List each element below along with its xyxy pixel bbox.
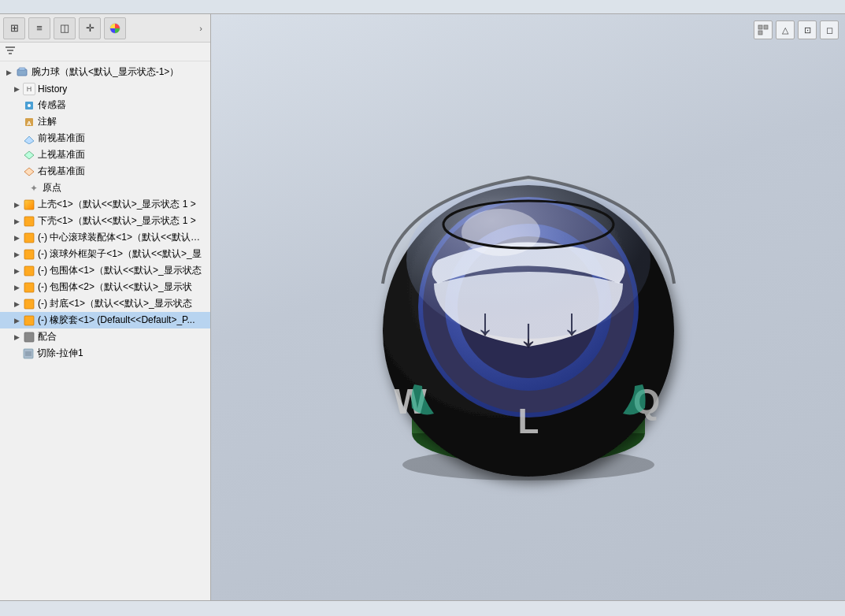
toolbar-btn-list[interactable]: ≡: [28, 17, 50, 39]
view-btn-1[interactable]: [754, 20, 773, 39]
svg-rect-18: [24, 283, 34, 292]
toolbar-btn-cross[interactable]: ✛: [79, 17, 101, 39]
toolbar-btn-home[interactable]: ⊞: [3, 17, 25, 39]
toolbar-btn-color[interactable]: [104, 17, 126, 39]
root-expand-arrow[interactable]: [5, 69, 13, 76]
outer-frame-expand[interactable]: [13, 250, 20, 258]
svg-point-7: [28, 104, 31, 107]
tree-item-wrap1[interactable]: (-) 包围体<1>（默认<<默认>_显示状态: [0, 262, 210, 279]
tree-item-rubber[interactable]: (-) 橡胶套<1> (Default<<Default>_P...: [0, 312, 210, 328]
upper-shell-label: 上壳<1>（默认<<默认>_显示状态 1 >: [38, 198, 196, 211]
mate-expand[interactable]: [13, 333, 20, 341]
center-ball-label: (-) 中心滚球装配体<1>（默认<<默认_显: [38, 231, 203, 244]
right-plane-label: 右视基准面: [38, 165, 85, 178]
svg-rect-13: [24, 200, 34, 210]
filter-icon: [5, 46, 16, 58]
svg-rect-15: [24, 233, 34, 243]
top-plane-label: 上视基准面: [38, 148, 85, 161]
outer-frame-label: (-) 滚球外框架子<1>（默认<<默认>_显: [38, 247, 202, 261]
tree-item-top-plane[interactable]: 上视基准面: [0, 147, 210, 163]
svg-rect-14: [24, 217, 34, 226]
tree-item-outer-frame[interactable]: (-) 滚球外框架子<1>（默认<<默认>_显: [0, 246, 210, 262]
svg-marker-11: [24, 151, 34, 159]
view-btn-3[interactable]: ⊡: [798, 20, 817, 39]
upper-shell-icon: [23, 199, 35, 211]
svg-rect-20: [24, 316, 34, 325]
wrap2-icon: [23, 281, 35, 294]
viewport[interactable]: △ ⊡ ◻: [211, 14, 845, 600]
front-plane-icon: [23, 132, 35, 145]
tree-root[interactable]: 腕力球（默认<默认_显示状态-1>）: [0, 63, 210, 81]
tree-item-annotation[interactable]: A 注解: [0, 113, 210, 130]
svg-rect-5: [19, 68, 25, 70]
tree-item-origin[interactable]: ✦ 原点: [0, 180, 210, 196]
tree-item-history[interactable]: H History: [0, 81, 210, 97]
tree-item-seal[interactable]: (-) 封底<1>（默认<<默认>_显示状态: [0, 295, 210, 312]
seal-icon: [23, 298, 35, 310]
right-toolbar: △ ⊡ ◻: [754, 20, 839, 39]
lower-shell-icon: [23, 215, 35, 228]
rubber-expand[interactable]: [13, 317, 20, 325]
tree-item-upper-shell[interactable]: 上壳<1>（默认<<默认>_显示状态 1 >: [0, 196, 210, 213]
origin-icon: ✦: [28, 182, 40, 195]
bottom-bar: [0, 600, 845, 616]
wrap1-expand[interactable]: [13, 267, 20, 275]
svg-rect-21: [24, 332, 34, 342]
tree-item-lower-shell[interactable]: 下壳<1>（默认<<默认>_显示状态 1 >: [0, 213, 210, 229]
seal-expand[interactable]: [13, 300, 20, 308]
tree-item-center-ball[interactable]: (-) 中心滚球装配体<1>（默认<<默认_显: [0, 229, 210, 246]
history-icon: H: [23, 83, 35, 95]
cut-extrude-icon: [22, 347, 35, 360]
upper-shell-expand[interactable]: [13, 201, 20, 209]
svg-marker-23: [25, 351, 32, 356]
filter-row: [0, 43, 210, 61]
cut-extrude-label: 切除-拉伸1: [37, 347, 83, 360]
svg-text:L: L: [517, 402, 539, 440]
ball-3d: ↓ ↓ ↓ W L Q: [332, 102, 725, 496]
toolbar-row: ⊞ ≡ ◫ ✛ ›: [0, 14, 210, 43]
wrap1-icon: [23, 265, 35, 277]
center-ball-expand[interactable]: [13, 234, 20, 242]
front-plane-label: 前视基准面: [38, 132, 85, 145]
svg-rect-25: [764, 25, 768, 29]
tree-item-front-plane[interactable]: 前视基准面: [0, 130, 210, 147]
tree-item-sensor[interactable]: 传感器: [0, 97, 210, 113]
wrap2-expand[interactable]: [13, 284, 20, 291]
svg-point-38: [406, 181, 650, 339]
seal-label: (-) 封底<1>（默认<<默认>_显示状态: [38, 297, 192, 310]
outer-frame-icon: [23, 248, 35, 261]
svg-text:A: A: [27, 120, 32, 127]
root-icon: [16, 66, 28, 79]
tree-item-right-plane[interactable]: 右视基准面: [0, 163, 210, 180]
mate-icon: [23, 331, 35, 343]
tree-item-cut-extrude[interactable]: 切除-拉伸1: [0, 345, 210, 362]
svg-rect-26: [758, 31, 762, 35]
wrap1-label: (-) 包围体<1>（默认<<默认>_显示状态: [38, 264, 202, 277]
tree-item-mate[interactable]: 配合: [0, 328, 210, 345]
svg-rect-19: [24, 299, 34, 309]
left-panel: ⊞ ≡ ◫ ✛ ›: [0, 14, 211, 600]
svg-rect-17: [24, 266, 34, 276]
history-label: History: [38, 83, 67, 95]
history-expand[interactable]: [13, 85, 20, 93]
root-label: 腕力球（默认<默认_显示状态-1>）: [32, 65, 179, 79]
right-plane-icon: [23, 165, 35, 178]
svg-rect-16: [24, 250, 34, 259]
lower-shell-expand[interactable]: [13, 217, 20, 225]
toolbar-expand-btn[interactable]: ›: [195, 17, 207, 39]
view-btn-2[interactable]: △: [776, 20, 795, 39]
annotation-label: 注解: [38, 115, 57, 128]
tree-area: 腕力球（默认<默认_显示状态-1>） H History 传感器: [0, 61, 210, 600]
sensor-label: 传感器: [38, 98, 66, 112]
svg-marker-10: [24, 136, 34, 144]
wrap2-label: (-) 包围体<2>（默认<<默认>_显示状: [38, 280, 192, 294]
tree-item-wrap2[interactable]: (-) 包围体<2>（默认<<默认>_显示状: [0, 279, 210, 295]
annotation-icon: A: [23, 116, 35, 128]
top-plane-icon: [23, 149, 35, 161]
rubber-icon: [23, 314, 35, 327]
view-btn-4[interactable]: ◻: [820, 20, 839, 39]
rubber-label: (-) 橡胶套<1> (Default<<Default>_P...: [38, 314, 195, 327]
center-ball-icon: [23, 232, 35, 244]
toolbar-btn-split[interactable]: ◫: [54, 17, 76, 39]
svg-rect-24: [758, 25, 762, 29]
